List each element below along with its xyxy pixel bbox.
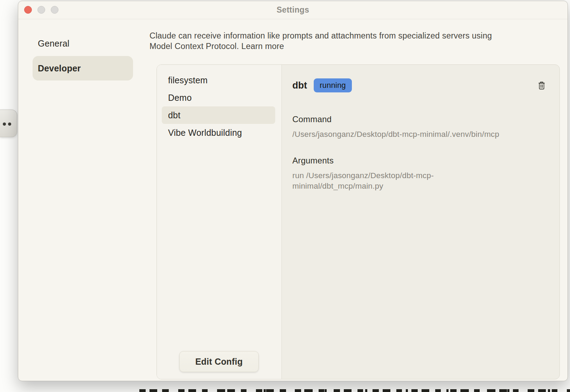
arguments-label: Arguments [292, 156, 547, 166]
clipped-background-text [139, 389, 570, 392]
description-line: Model Context Protocol. Learn more [150, 41, 552, 51]
command-label: Command [292, 114, 547, 124]
minimize-button[interactable] [37, 6, 45, 14]
mcp-servers-panel: filesystem Demo dbt Vibe Worldbuilding E… [157, 64, 560, 379]
command-value: /Users/jasonganz/Desktop/dbt-mcp-minimal… [292, 129, 547, 140]
delete-server-button[interactable] [537, 81, 546, 91]
sidebar-item-general[interactable]: General [33, 32, 133, 55]
sidebar-item-developer[interactable]: Developer [33, 56, 133, 80]
screen: Settings General Developer Claude can re… [0, 0, 570, 392]
server-item-dbt[interactable]: dbt [162, 106, 275, 124]
server-item-filesystem[interactable]: filesystem [162, 71, 275, 89]
server-detail: dbt running Command /Users/jasonganz/Des… [282, 65, 559, 379]
server-item-label: dbt [168, 110, 180, 120]
traffic-lights [24, 6, 58, 14]
server-item-label: Demo [168, 93, 192, 103]
server-detail-header: dbt running [292, 78, 547, 93]
server-name: dbt [292, 80, 307, 91]
server-item-demo[interactable]: Demo [162, 89, 275, 106]
settings-window: Settings General Developer Claude can re… [18, 1, 568, 381]
background-tab-handle[interactable] [0, 110, 17, 137]
sidebar-item-label: General [38, 38, 69, 49]
dot-icon [3, 122, 6, 126]
dot-icon [8, 122, 11, 126]
description-line: Claude can receive information like prom… [150, 30, 552, 41]
description-line-end: Model Context Protocol. [150, 42, 239, 51]
server-item-label: filesystem [168, 75, 208, 85]
learn-more-link[interactable]: Learn more [241, 42, 284, 51]
mcp-description: Claude can receive information like prom… [150, 30, 552, 51]
server-item-label: Vibe Worldbuilding [168, 128, 242, 138]
zoom-button[interactable] [51, 6, 58, 14]
window-title: Settings [277, 5, 309, 15]
status-badge: running [314, 78, 352, 92]
arguments-value: run /Users/jasonganz/Desktop/dbt-mcp-min… [292, 170, 460, 191]
titlebar: Settings [18, 1, 568, 19]
edit-config-button[interactable]: Edit Config [179, 351, 259, 372]
sidebar-item-label: Developer [38, 63, 81, 74]
server-item-vibe-worldbuilding[interactable]: Vibe Worldbuilding [162, 124, 275, 141]
trash-icon [537, 81, 546, 90]
close-button[interactable] [24, 6, 32, 14]
server-list: filesystem Demo dbt Vibe Worldbuilding E… [157, 65, 282, 379]
